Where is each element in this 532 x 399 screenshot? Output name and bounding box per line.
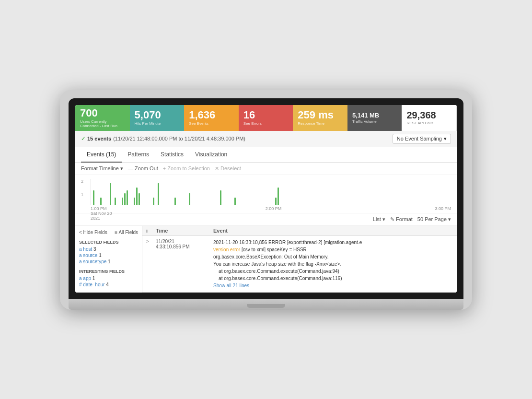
y-label-2: 2	[81, 179, 83, 184]
tab-statistics[interactable]: Statistics	[155, 147, 189, 163]
metric-events-label: See Events	[189, 121, 208, 126]
interesting-fields-title: INTERESTING FIELDS	[79, 269, 138, 274]
zoom-out-button[interactable]: — Zoom Out	[128, 165, 158, 171]
metric-users-value: 700	[80, 108, 98, 118]
timeline-bars	[91, 181, 451, 205]
timeline-bar	[115, 198, 116, 205]
tab-events[interactable]: Events (15)	[81, 147, 122, 163]
time-label-2: 2:00 PM	[266, 206, 282, 221]
event-sampling-label: No Event Sampling	[397, 136, 442, 141]
metric-response: 259 ms Response Time	[293, 105, 347, 131]
metric-users: 700 Users Currently Connected - Last Run	[75, 105, 130, 131]
sidebar-actions: < Hide Fields ≡ All Fields	[79, 230, 138, 235]
timeline-bar	[134, 198, 135, 205]
metric-errors: 16 See Errors	[239, 105, 293, 131]
timeline-bar	[158, 183, 159, 205]
timeline-bar	[189, 193, 190, 205]
dashboard: 700 Users Currently Connected - Last Run…	[75, 105, 457, 293]
metric-api-value: 29,368	[406, 110, 436, 120]
event-line-1: 2021-11-20 16:33:10,856 ERROR [export:th…	[213, 239, 453, 246]
show-all-lines-link[interactable]: Show all 21 lines	[213, 282, 453, 289]
timeline-y-labels: 2 1	[81, 179, 83, 197]
screen-bezel: 700 Users Currently Connected - Last Run…	[69, 98, 463, 299]
laptop-base	[69, 299, 463, 310]
interesting-fields-list: a app 1 # date_hour 4	[79, 276, 138, 287]
tabs-bar: Events (15) Patterns Statistics Visualiz…	[75, 147, 457, 163]
timeline-labels: 1:00 PM Sat Nov 20 2021 2:00 PM 3:00 PM	[91, 206, 451, 221]
metric-traffic-label: Traffic Volume	[352, 119, 377, 124]
y-label-1: 1	[81, 192, 83, 197]
field-source[interactable]: a source 1	[79, 253, 138, 258]
screen: 700 Users Currently Connected - Last Run…	[75, 105, 457, 293]
metric-users-label: Users Currently Connected - Last Run	[80, 119, 125, 128]
col-time: Time	[156, 228, 213, 234]
timeline-bar	[136, 188, 138, 205]
field-sourcetype[interactable]: a sourcetype 1	[79, 259, 138, 264]
laptop-notch	[247, 304, 285, 308]
timeline-chart	[91, 179, 451, 205]
events-header-left: ✓ 15 events (11/20/21 12:48:00.000 PM to…	[81, 136, 245, 142]
metric-response-label: Response Time	[298, 121, 324, 126]
row-expand[interactable]: >	[146, 239, 156, 244]
event-version-error: version error	[213, 247, 240, 252]
timeline-chart-container: 2 1 1:00 PM Sat Nov 20 2021 2:00 PM 3:00…	[75, 175, 457, 213]
zoom-to-selection-button[interactable]: + Zoom to Selection	[163, 165, 210, 171]
tab-visualization[interactable]: Visualization	[189, 147, 233, 163]
sidebar: < Hide Fields ≡ All Fields SELECTED FIEL…	[75, 226, 142, 293]
timeline-bar	[220, 190, 221, 205]
metrics-bar: 700 Users Currently Connected - Last Run…	[75, 105, 457, 131]
field-host[interactable]: a host 3	[79, 246, 138, 252]
table-header: i Time Event	[142, 226, 457, 236]
selected-fields-title: SELECTED FIELDS	[79, 240, 138, 245]
row-time: 11/20/21 4:33:10.856 PM	[156, 239, 213, 249]
timeline-bar	[110, 183, 111, 205]
events-table: i Time Event > 11/20/21 4:33:10.856 PM 2…	[142, 226, 457, 293]
row-event: 2021-11-20 16:33:10,856 ERROR [export:th…	[213, 239, 453, 289]
timeline-bar	[275, 198, 277, 205]
events-count: 15 events	[87, 136, 111, 141]
event-space-key: [csv to xml] spaceKey = HSSR	[242, 247, 307, 252]
timeline-bar	[278, 188, 279, 205]
metric-hits: 5,070 Hits Per Minute	[130, 105, 185, 131]
event-line-5: at org.basex.core.Command.execute(Comman…	[213, 268, 453, 275]
event-sampling-arrow: ▾	[444, 136, 447, 142]
metric-hits-value: 5,070	[135, 110, 161, 120]
metric-traffic-value: 5,141 MB	[352, 112, 379, 118]
event-line-2: version error [csv to xml] spaceKey = HS…	[213, 246, 453, 253]
timeline-bar	[127, 190, 128, 205]
metric-api: 29,368 REST API Calls	[402, 105, 457, 131]
timeline-bar	[124, 193, 126, 205]
selected-fields-list: a host 3 a source 1 a sourcetype 1	[79, 246, 138, 264]
col-i: i	[146, 228, 156, 234]
main-content: < Hide Fields ≡ All Fields SELECTED FIEL…	[75, 226, 457, 293]
metric-errors-label: See Errors	[243, 121, 262, 126]
field-app[interactable]: a app 1	[79, 276, 138, 281]
metric-errors-value: 16	[243, 110, 255, 120]
metric-events: 1,636 See Events	[184, 105, 239, 131]
timeline-bar	[93, 190, 94, 205]
timeline-bar	[122, 198, 123, 205]
timeline-bar	[234, 198, 236, 205]
timeline-bar	[174, 198, 176, 205]
time-label-3: 3:00 PM	[435, 206, 451, 221]
all-fields-button[interactable]: ≡ All Fields	[115, 230, 138, 235]
event-sampling-dropdown[interactable]: No Event Sampling ▾	[393, 134, 451, 144]
format-timeline-button[interactable]: Format Timeline ▾	[81, 165, 123, 172]
tab-patterns[interactable]: Patterns	[122, 147, 155, 163]
metric-traffic: 5,141 MB Traffic Volume	[347, 105, 402, 131]
check-icon: ✓	[81, 136, 85, 142]
col-event: Event	[213, 228, 453, 234]
field-date-hour[interactable]: # date_hour 4	[79, 282, 138, 287]
hide-fields-button[interactable]: < Hide Fields	[79, 230, 107, 235]
table-row: > 11/20/21 4:33:10.856 PM 2021-11-20 16:…	[142, 236, 457, 293]
event-line-6: at org.basex.core.Command.execute(Comman…	[213, 275, 453, 282]
timeline-bar	[139, 193, 140, 205]
metric-hits-label: Hits Per Minute	[135, 121, 161, 126]
event-line-4: You can increase Java's heap size with t…	[213, 260, 453, 268]
timeline-bar	[153, 198, 154, 205]
deselect-button[interactable]: ✕ Deselect	[215, 165, 241, 172]
events-header: ✓ 15 events (11/20/21 12:48:00.000 PM to…	[75, 131, 457, 147]
laptop-frame: 700 Users Currently Connected - Last Run…	[60, 90, 472, 310]
metric-response-value: 259 ms	[298, 110, 334, 120]
toolbar: Format Timeline ▾ — Zoom Out + Zoom to S…	[75, 163, 457, 175]
